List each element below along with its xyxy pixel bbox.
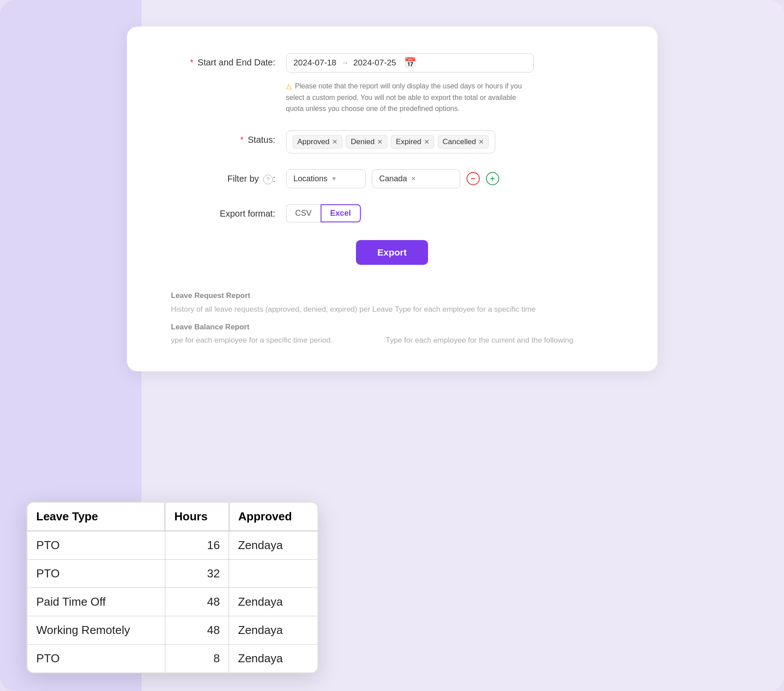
remove-filter-button[interactable]: −	[467, 172, 480, 185]
filter-label: Filter by ?:	[171, 169, 286, 184]
main-card: * Start and End Date: 2024-07-18 → 2024-…	[127, 27, 658, 371]
date-row: * Start and End Date: 2024-07-18 → 2024-…	[171, 53, 613, 115]
tag-close-denied[interactable]: ✕	[377, 138, 382, 145]
filter-controls: Locations ▼ Canada ✕ − +	[286, 169, 499, 188]
format-buttons-group: CSV Excel	[286, 204, 361, 222]
col-hours: Hours	[165, 503, 229, 531]
status-tag-cancelled: Cancelled✕	[438, 135, 489, 149]
cell-approved-1	[229, 560, 317, 588]
status-required-marker: *	[240, 135, 244, 145]
balance-desc-1: ype for each employee for a specific tim…	[171, 336, 333, 345]
export-format-label: Export format:	[171, 204, 286, 219]
export-btn-row: Export	[171, 240, 613, 265]
date-range-input[interactable]: 2024-07-18 → 2024-07-25 📅	[286, 53, 534, 73]
col-leave-type: Leave Type	[27, 503, 165, 531]
tag-close-cancelled[interactable]: ✕	[478, 138, 484, 145]
status-label: * Status:	[171, 130, 286, 145]
cell-leave-type-2: Paid Time Off	[27, 588, 165, 616]
cell-hours-2: 48	[165, 588, 229, 616]
filter-selected-value: Canada	[379, 174, 407, 183]
cell-hours-4: 8	[165, 645, 229, 673]
filter-value-close-icon[interactable]: ✕	[411, 175, 416, 182]
status-tag-expired: Expired✕	[391, 135, 434, 149]
tag-label-approved: Approved	[298, 137, 330, 146]
table-row: Working Remotely 48 Zendaya	[27, 616, 317, 645]
cell-approved-4: Zendaya	[229, 645, 317, 673]
filter-row: Filter by ?: Locations ▼ Canada ✕ − +	[171, 169, 613, 188]
filter-dropdown-value: Locations	[294, 174, 328, 183]
date-warning-text: △ Please note that the report will only …	[286, 80, 534, 115]
filter-question-icon[interactable]: ?	[263, 175, 273, 184]
floating-data-table: Leave Type Hours Approved PTO 16 Zendaya…	[27, 502, 318, 673]
status-row: * Status: Approved✕Denied✕Expired✕Cancel…	[171, 130, 613, 153]
calendar-icon[interactable]: 📅	[404, 57, 416, 69]
table-row: PTO 8 Zendaya	[27, 645, 317, 673]
data-table: Leave Type Hours Approved PTO 16 Zendaya…	[27, 503, 317, 672]
cell-hours-0: 16	[165, 531, 229, 560]
cell-leave-type-3: Working Remotely	[27, 616, 165, 645]
excel-format-button[interactable]: Excel	[321, 204, 361, 222]
table-row: PTO 32	[27, 560, 317, 588]
cell-approved-3: Zendaya	[229, 616, 317, 645]
cell-hours-3: 48	[165, 616, 229, 645]
filter-value-box: Canada ✕	[372, 169, 460, 188]
warning-icon: △	[286, 82, 291, 90]
leave-balance-report-title: Leave Balance Report	[171, 323, 613, 332]
tag-close-approved[interactable]: ✕	[332, 138, 337, 145]
bottom-desc-row: ype for each employee for a specific tim…	[171, 336, 613, 345]
leave-request-report-desc: History of all leave requests (approved,…	[171, 304, 613, 315]
table-row: Paid Time Off 48 Zendaya	[27, 588, 317, 616]
cell-approved-2: Zendaya	[229, 588, 317, 616]
filter-dropdown[interactable]: Locations ▼	[286, 169, 366, 188]
date-start: 2024-07-18	[294, 58, 337, 68]
tag-label-denied: Denied	[351, 137, 375, 146]
add-filter-button[interactable]: +	[486, 172, 499, 185]
date-arrow: →	[341, 58, 349, 68]
csv-format-button[interactable]: CSV	[286, 204, 321, 222]
status-tags-container: Approved✕Denied✕Expired✕Cancelled✕	[286, 130, 496, 153]
export-button[interactable]: Export	[356, 240, 428, 265]
table-row: PTO 16 Zendaya	[27, 531, 317, 560]
tag-close-expired[interactable]: ✕	[424, 138, 429, 145]
balance-desc-2: Type for each employee for the current a…	[386, 336, 573, 345]
date-label: * Start and End Date:	[171, 53, 286, 68]
cell-hours-1: 32	[165, 560, 229, 588]
col-approved: Approved	[229, 503, 317, 531]
chevron-down-icon: ▼	[331, 175, 337, 182]
status-tag-approved: Approved✕	[293, 135, 343, 149]
cell-leave-type-1: PTO	[27, 560, 165, 588]
status-tag-denied: Denied✕	[346, 135, 387, 149]
tag-label-expired: Expired	[396, 137, 421, 146]
tag-label-cancelled: Cancelled	[443, 137, 476, 146]
date-end: 2024-07-25	[353, 58, 396, 68]
cell-leave-type-4: PTO	[27, 645, 165, 673]
export-format-row: Export format: CSV Excel	[171, 204, 613, 222]
cell-leave-type-0: PTO	[27, 531, 165, 560]
cell-approved-0: Zendaya	[229, 531, 317, 560]
leave-request-report-title: Leave Request Report	[171, 291, 613, 300]
date-required-marker: *	[190, 57, 193, 67]
report-section: Leave Request Report History of all leav…	[171, 287, 613, 332]
